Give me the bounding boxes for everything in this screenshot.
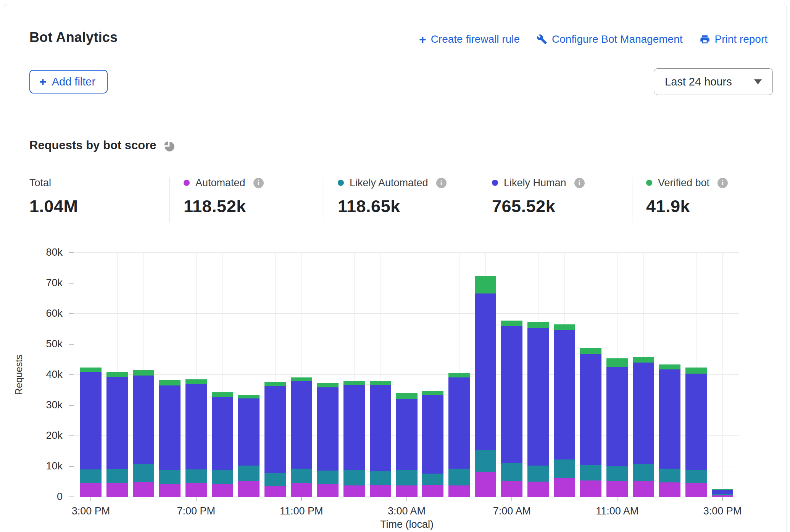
- y-axis-tick-label: 30k: [36, 399, 63, 411]
- bar-segment-likely-human: [422, 395, 443, 474]
- chart-bar-9-00-pm[interactable]: [238, 395, 260, 497]
- bar-segment-verified-bot: [343, 381, 365, 385]
- bar-segment-automated: [685, 483, 707, 497]
- bar-segment-likely-automated: [633, 464, 654, 481]
- bar-segment-likely-automated: [475, 450, 496, 472]
- bot-analytics-card: Bot Analytics + Create firewall rule Con…: [4, 4, 787, 532]
- stat-label: Likely Automated: [350, 177, 428, 189]
- stat-likely-automated: Likely Automatedi118.65k: [338, 176, 475, 216]
- y-axis-tick: [69, 252, 74, 253]
- bar-segment-automated: [291, 483, 312, 497]
- chart-bar-7-00-pm[interactable]: [185, 379, 207, 497]
- chart-bar-2-00-am[interactable]: [370, 381, 391, 497]
- page-title: Bot Analytics: [29, 29, 118, 45]
- pie-chart-icon: [163, 140, 175, 152]
- header-actions: + Create firewall rule Configure Bot Man…: [419, 33, 767, 45]
- chart-bar-6-00-pm[interactable]: [159, 380, 181, 497]
- stat-divider: [478, 177, 478, 222]
- header-divider: [4, 110, 787, 110]
- chart-bar-3-00-pm[interactable]: [712, 489, 733, 497]
- x-axis-tick: [90, 497, 91, 501]
- bar-segment-likely-automated: [80, 469, 102, 483]
- y-axis-tick: [69, 435, 74, 436]
- bar-segment-automated: [212, 484, 233, 497]
- screen: Bot Analytics + Create firewall rule Con…: [0, 0, 790, 532]
- bar-segment-automated: [422, 485, 443, 497]
- chart-bar-10-00-am[interactable]: [580, 348, 601, 497]
- bar-segment-likely-human: [264, 386, 286, 473]
- legend-dot-icon: [184, 180, 190, 186]
- bar-segment-likely-automated: [159, 470, 181, 484]
- bar-segment-likely-human: [633, 363, 654, 464]
- bar-segment-likely-human: [106, 377, 128, 469]
- info-icon[interactable]: i: [717, 178, 728, 188]
- bar-segment-likely-human: [580, 354, 601, 465]
- bar-segment-verified-bot: [685, 368, 707, 374]
- bar-segment-likely-automated: [501, 463, 522, 480]
- info-icon[interactable]: i: [436, 178, 447, 188]
- bar-segment-verified-bot: [317, 383, 339, 387]
- chart-bar-5-00-am[interactable]: [448, 373, 470, 497]
- chart-bar-9-00-am[interactable]: [554, 324, 575, 497]
- chart-bar-4-00-am[interactable]: [422, 391, 443, 497]
- chart-bar-4-00-pm[interactable]: [106, 372, 128, 497]
- chart-bar-8-00-pm[interactable]: [212, 392, 233, 497]
- y-axis-tick-label: 20k: [36, 430, 63, 442]
- y-axis-tick-label: 0: [36, 491, 63, 503]
- bar-segment-verified-bot: [580, 348, 601, 354]
- stat-label: Total: [29, 177, 51, 189]
- bar-segment-likely-automated: [448, 469, 470, 485]
- bar-segment-likely-automated: [422, 474, 443, 485]
- chart-bar-1-00-pm[interactable]: [659, 364, 680, 497]
- add-filter-button[interactable]: + Add filter: [29, 70, 108, 94]
- bar-segment-automated: [501, 481, 522, 497]
- stat-header: Likely Automatedi: [338, 176, 475, 190]
- bar-segment-automated: [238, 481, 260, 497]
- stat-total: Total1.04M: [29, 176, 167, 216]
- chart-bar-8-00-am[interactable]: [527, 322, 549, 497]
- bar-segment-automated: [580, 480, 601, 497]
- chart-bar-3-00-am[interactable]: [396, 393, 418, 497]
- bar-segment-automated: [343, 485, 365, 497]
- stat-value: 41.9k: [646, 197, 784, 216]
- bar-segment-likely-human: [370, 385, 391, 471]
- bar-segment-likely-automated: [606, 466, 628, 481]
- stat-header: Verified boti: [646, 176, 784, 190]
- chart-bar-12-00-am[interactable]: [317, 383, 339, 497]
- bar-segment-verified-bot: [264, 382, 286, 386]
- bar-segment-automated: [133, 482, 154, 497]
- bar-segment-likely-automated: [238, 466, 260, 481]
- chart-bar-11-00-am[interactable]: [606, 358, 628, 497]
- chart-bar-6-00-am[interactable]: [475, 276, 496, 497]
- bar-segment-verified-bot: [448, 373, 470, 377]
- chart-bar-2-00-pm[interactable]: [685, 368, 707, 497]
- bar-segment-automated: [80, 483, 102, 497]
- chart-bar-3-00-pm[interactable]: [80, 368, 102, 497]
- bar-segment-likely-automated: [185, 469, 207, 483]
- chart-bar-1-00-am[interactable]: [343, 381, 365, 497]
- bar-segment-verified-bot: [238, 395, 260, 399]
- bar-segment-likely-human: [133, 376, 154, 463]
- chart-bar-11-00-pm[interactable]: [291, 377, 312, 497]
- plus-icon: +: [39, 76, 47, 88]
- bar-segment-verified-bot: [106, 372, 128, 377]
- bar-segment-automated: [317, 484, 339, 497]
- info-icon[interactable]: i: [574, 178, 585, 188]
- create-firewall-rule-link[interactable]: + Create firewall rule: [419, 33, 520, 45]
- bar-segment-likely-automated: [370, 471, 391, 485]
- print-report-link[interactable]: Print report: [700, 33, 768, 45]
- configure-bot-management-link[interactable]: Configure Bot Management: [537, 33, 682, 45]
- info-icon[interactable]: i: [253, 178, 264, 188]
- x-axis-tick: [511, 497, 512, 501]
- bar-segment-automated: [106, 483, 128, 497]
- chart-bar-10-00-pm[interactable]: [264, 382, 286, 497]
- time-range-dropdown[interactable]: Last 24 hours: [654, 68, 773, 95]
- x-axis-tick: [301, 497, 302, 501]
- chart-bar-12-00-pm[interactable]: [633, 357, 654, 497]
- chart-bar-7-00-am[interactable]: [501, 321, 522, 497]
- chart-bar-5-00-pm[interactable]: [133, 370, 154, 497]
- bar-segment-automated: [554, 478, 575, 497]
- bar-segment-likely-automated: [317, 471, 339, 484]
- x-axis-tick-label: 3:00 PM: [703, 505, 742, 517]
- y-axis-tick: [69, 283, 74, 284]
